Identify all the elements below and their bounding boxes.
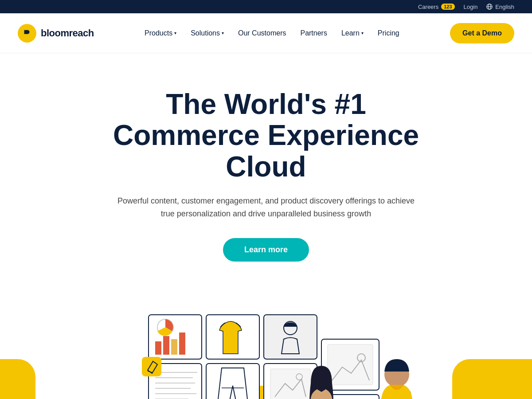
illustration-area	[0, 288, 532, 399]
nav-link-products[interactable]: Products ▾	[145, 29, 176, 37]
login-link[interactable]: Login	[464, 4, 478, 10]
hero-title: The World's #1 Commerce Experience Cloud	[89, 89, 443, 182]
svg-rect-20	[206, 364, 259, 399]
nav-link-pricing[interactable]: Pricing	[378, 29, 399, 37]
nav-link-learn[interactable]: Learn ▾	[341, 29, 364, 37]
careers-label: Careers	[418, 4, 438, 10]
chevron-down-icon: ▾	[174, 31, 176, 35]
hero-subtitle: Powerful content, customer engagement, a…	[115, 195, 417, 220]
nav-label-partners: Partners	[300, 29, 327, 37]
nav-item-pricing[interactable]: Pricing	[378, 29, 399, 37]
nav-item-products[interactable]: Products ▾	[145, 29, 176, 37]
nav-label-learn: Learn	[341, 29, 360, 37]
globe-icon	[486, 4, 493, 10]
careers-link[interactable]: Careers 123	[418, 4, 455, 10]
hero-section: The World's #1 Commerce Experience Cloud…	[0, 53, 532, 279]
svg-rect-6	[163, 336, 169, 355]
logo-link[interactable]: bloomreach	[18, 24, 94, 43]
svg-rect-7	[171, 339, 177, 355]
logo-svg	[22, 28, 32, 38]
svg-rect-8	[179, 332, 185, 355]
nav-label-pricing: Pricing	[378, 29, 399, 37]
nav-link-partners[interactable]: Partners	[300, 29, 327, 37]
topbar: Careers 123 Login English	[0, 0, 532, 13]
nav-item-solutions[interactable]: Solutions ▾	[191, 29, 224, 37]
nav-label-solutions: Solutions	[191, 29, 220, 37]
careers-badge: 123	[441, 4, 454, 10]
chevron-down-icon: ▾	[361, 31, 364, 35]
chevron-down-icon: ▾	[222, 31, 224, 35]
language-label: English	[495, 4, 514, 10]
blob-right	[452, 359, 532, 399]
nav-item-learn[interactable]: Learn ▾	[341, 29, 364, 37]
nav-link-solutions[interactable]: Solutions ▾	[191, 29, 224, 37]
logo-text: bloomreach	[41, 27, 94, 39]
svg-rect-5	[155, 341, 161, 355]
learn-more-button[interactable]: Learn more	[223, 238, 309, 262]
get-demo-button[interactable]: Get a Demo	[450, 23, 514, 43]
nav-item-partners[interactable]: Partners	[300, 29, 327, 37]
nav-item-customers[interactable]: Our Customers	[238, 29, 286, 37]
login-label: Login	[464, 4, 478, 10]
logo-icon	[18, 24, 36, 43]
main-navbar: bloomreach Products ▾ Solutions ▾ Our Cu…	[0, 13, 532, 53]
nav-label-products: Products	[145, 29, 172, 37]
nav-links: Products ▾ Solutions ▾ Our Customers Par…	[145, 29, 399, 37]
blob-left	[0, 359, 35, 399]
svg-rect-37	[328, 344, 373, 385]
nav-link-customers[interactable]: Our Customers	[238, 29, 286, 37]
language-selector[interactable]: English	[486, 4, 514, 10]
nav-label-customers: Our Customers	[238, 29, 286, 37]
hero-illustration	[100, 288, 432, 399]
svg-point-3	[26, 31, 28, 33]
